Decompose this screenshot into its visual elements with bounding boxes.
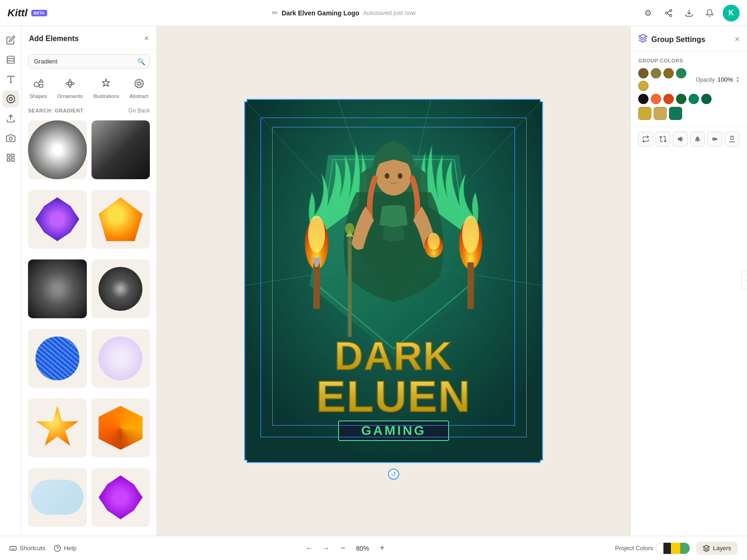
project-colors-button[interactable]: Project Colors: [615, 543, 690, 554]
svg-marker-20: [39, 79, 43, 82]
add-elements-panel: Add Elements × 🔍 Shapes Ornaments: [21, 26, 157, 536]
align-bottom-button[interactable]: [725, 132, 740, 147]
align-center-button[interactable]: [707, 132, 722, 147]
help-button[interactable]: Help: [54, 545, 77, 552]
user-avatar[interactable]: K: [723, 5, 740, 21]
element-linear-dark[interactable]: [92, 120, 150, 179]
swatch-12[interactable]: [638, 107, 651, 120]
shapes-label: Shapes: [29, 93, 47, 99]
svg-point-40: [385, 173, 389, 179]
swatch-5[interactable]: [638, 81, 648, 91]
nav-edit[interactable]: [2, 32, 19, 49]
project-title[interactable]: Dark Elven Gaming Logo: [282, 9, 359, 17]
element-cloud[interactable]: [28, 468, 87, 527]
nav-text[interactable]: [2, 71, 19, 88]
svg-point-1: [665, 12, 668, 14]
flip-vertical-button[interactable]: [655, 132, 670, 147]
nav-colors[interactable]: [2, 91, 19, 107]
category-shapes[interactable]: Shapes: [26, 75, 50, 102]
swatch-2[interactable]: [651, 68, 661, 78]
element-radial-bw[interactable]: [28, 120, 87, 179]
svg-point-33: [308, 216, 325, 253]
illustrations-icon: [100, 78, 112, 92]
illustrations-label: Illustrations: [93, 93, 120, 99]
zoom-in-button[interactable]: +: [376, 542, 389, 555]
layers-label: Layers: [713, 545, 731, 552]
category-tabs: Shapes Ornaments Illustrations Abstract: [21, 73, 156, 106]
svg-point-41: [398, 173, 402, 179]
swatch-14[interactable]: [669, 107, 682, 120]
category-illustrations[interactable]: Illustrations: [90, 75, 123, 102]
nav-layers[interactable]: [2, 51, 19, 68]
svg-point-23: [136, 81, 142, 86]
canvas-area[interactable]: DARK ELUEN GAMING: [157, 26, 630, 536]
topbar-left: Kittl BETA: [7, 7, 47, 19]
swatch-6[interactable]: [638, 94, 648, 104]
zoom-out-button[interactable]: −: [337, 542, 350, 555]
layers-button[interactable]: Layers: [696, 542, 738, 555]
panel-title: Add Elements: [29, 35, 79, 43]
swatch-7[interactable]: [651, 94, 661, 104]
ornaments-label: Ornaments: [57, 93, 83, 99]
group-settings-close-button[interactable]: ×: [734, 35, 740, 44]
svg-point-2: [669, 14, 672, 17]
swatch-10[interactable]: [689, 94, 699, 104]
canvas-container: DARK ELUEN GAMING: [244, 99, 543, 463]
swatch-1[interactable]: [638, 68, 648, 78]
element-star-orange[interactable]: [28, 399, 87, 457]
nav-camera[interactable]: [2, 130, 19, 147]
nav-right-button[interactable]: →: [320, 542, 333, 555]
element-soft-pink[interactable]: [92, 329, 150, 388]
element-dark-circle[interactable]: [92, 259, 150, 318]
search-input[interactable]: [28, 54, 150, 69]
element-pinwheel[interactable]: [92, 399, 150, 457]
category-abstract[interactable]: Abstract: [126, 75, 152, 102]
svg-marker-71: [703, 545, 709, 548]
nav-left-button[interactable]: ←: [303, 542, 316, 555]
swatch-13[interactable]: [654, 107, 667, 120]
category-ornaments[interactable]: Ornaments: [54, 75, 86, 102]
nav-upload[interactable]: [2, 110, 19, 127]
element-dark-soft[interactable]: [28, 259, 87, 318]
download-button[interactable]: [682, 6, 697, 21]
canvas-board[interactable]: DARK ELUEN GAMING: [244, 99, 543, 463]
svg-rect-15: [7, 154, 10, 157]
shortcuts-button[interactable]: Shortcuts: [9, 545, 45, 552]
search-result-header: SEARCH: GRADIENT Go Back: [21, 106, 156, 118]
zoom-level-display[interactable]: 80%: [353, 545, 372, 552]
settings-button[interactable]: ⚙: [641, 6, 655, 21]
svg-text:ELUEN: ELUEN: [316, 371, 471, 421]
svg-point-12: [9, 98, 12, 101]
align-top-button[interactable]: [690, 132, 705, 147]
nav-grid[interactable]: [2, 149, 19, 166]
element-orange-shape[interactable]: [92, 190, 150, 249]
colors-row-1: Opacity 100% ▲ ▼: [638, 68, 740, 91]
swatch-9[interactable]: [676, 94, 686, 104]
panel-close-button[interactable]: ×: [144, 34, 149, 43]
element-purple-shape[interactable]: [28, 190, 87, 249]
svg-point-22: [138, 82, 141, 85]
opacity-value[interactable]: 100%: [718, 76, 733, 83]
element-striped-sphere[interactable]: [28, 329, 87, 388]
logo: Kittl: [7, 7, 28, 19]
notifications-button[interactable]: [702, 6, 717, 21]
share-button[interactable]: [661, 6, 676, 21]
svg-point-44: [345, 223, 354, 234]
flip-horizontal-button[interactable]: [638, 132, 653, 147]
swatch-4[interactable]: [676, 68, 686, 78]
autosaved-status: Autosaved just now: [363, 9, 416, 16]
swatch-8[interactable]: [663, 94, 674, 104]
swatch-11[interactable]: [701, 94, 712, 104]
ornaments-icon: [64, 78, 76, 92]
opacity-stepper[interactable]: ▲ ▼: [736, 76, 740, 84]
group-colors-section: GROUP COLORS Opacity 100% ▲ ▼: [631, 51, 747, 126]
rotation-handle[interactable]: ↺: [388, 469, 399, 480]
element-purple-blob[interactable]: [92, 468, 150, 527]
left-nav: [0, 26, 21, 536]
go-back-button[interactable]: Go Back: [128, 107, 150, 114]
align-horizontal-button[interactable]: [673, 132, 688, 147]
swatch-3[interactable]: [663, 68, 674, 78]
svg-rect-42: [348, 234, 352, 337]
project-colors-label: Project Colors: [615, 545, 653, 552]
topbar-center: ✏ Dark Elven Gaming Logo Autosaved just …: [272, 8, 416, 17]
